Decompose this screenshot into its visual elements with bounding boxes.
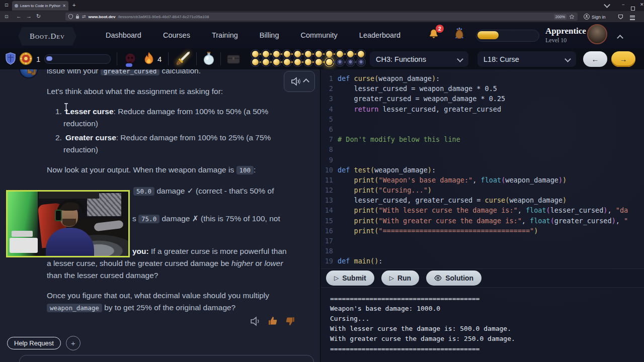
code-line[interactable]: 6 xyxy=(321,125,644,135)
progress-dot-current[interactable] xyxy=(326,59,333,65)
progress-dot-done[interactable] xyxy=(326,51,333,57)
lock-icon[interactable] xyxy=(75,14,79,19)
progress-dot-locked[interactable] xyxy=(337,59,343,65)
bootdev-logo[interactable]: Boot.Dev xyxy=(14,25,80,47)
lesson-feedback-row xyxy=(250,316,295,326)
code-line[interactable]: 19def main(): xyxy=(321,257,644,267)
account-icon[interactable] xyxy=(584,14,590,20)
code-line[interactable]: 11 print("Weapon's base damage:", float(… xyxy=(321,176,644,186)
code-line[interactable]: 7# Don't modify below this line xyxy=(321,135,644,145)
code-line[interactable]: 13 lesser_cursed, greater_cursed = curse… xyxy=(321,196,644,206)
help-request-button[interactable]: Help Request xyxy=(7,337,61,349)
bookmark-star-icon[interactable] xyxy=(569,14,575,20)
sidebar-toggle-icon[interactable]: ⊡ xyxy=(5,3,9,8)
code-line[interactable]: 10def test(weapon_damage): xyxy=(321,166,644,176)
loot-bag-icon[interactable] xyxy=(452,26,467,41)
progress-dot-done[interactable] xyxy=(305,51,311,57)
code-line[interactable]: 15 print("With greater curse the damage … xyxy=(321,217,644,227)
code-line[interactable]: 3 greater_cursed = weapon_damage * 0.25 xyxy=(321,95,644,105)
tab-favicon xyxy=(15,4,18,8)
code-editor[interactable]: 1def curse(weapon_damage):2 lesser_curse… xyxy=(321,74,644,267)
progress-dot-done[interactable] xyxy=(273,59,280,65)
progress-dot-done[interactable] xyxy=(284,59,290,65)
progress-dot-done[interactable] xyxy=(305,59,311,65)
code-line[interactable]: 12 print("Cursing...") xyxy=(321,186,644,196)
rank-block[interactable]: Apprentice Level 10 xyxy=(545,26,586,44)
solution-button[interactable]: Solution xyxy=(426,270,481,286)
code-line[interactable]: 2 lesser_cursed = weapon_damage * 0.5 xyxy=(321,84,644,95)
thumbs-up-icon[interactable] xyxy=(268,316,278,326)
progress-dot-done[interactable] xyxy=(337,51,343,57)
run-button[interactable]: ▷ Run xyxy=(381,270,419,286)
progress-dot-done[interactable] xyxy=(252,51,259,57)
code-line[interactable]: 8 xyxy=(321,145,644,155)
code-line[interactable]: 17 xyxy=(321,237,644,247)
tab-close-icon[interactable]: ✕ xyxy=(62,4,66,8)
user-avatar[interactable] xyxy=(587,24,607,44)
next-lesson-button[interactable]: → xyxy=(611,51,635,67)
code-line[interactable]: 14 print("With lesser curse the damage i… xyxy=(321,206,644,216)
progress-dot-done[interactable] xyxy=(294,51,301,57)
speaker-icon[interactable] xyxy=(250,316,261,326)
console-line: Cursing... xyxy=(330,314,642,324)
streak-flame-icon[interactable] xyxy=(142,51,156,66)
chest-icon[interactable] xyxy=(226,53,240,65)
nav-link-courses[interactable]: Courses xyxy=(163,31,190,39)
nav-link-leaderboard[interactable]: Leaderboard xyxy=(359,31,400,39)
notifications-badge: 2 xyxy=(436,25,444,33)
translate-icon[interactable]: ⇄ xyxy=(82,14,86,19)
code-line[interactable]: 1def curse(weapon_damage): xyxy=(321,74,644,84)
prev-lesson-button[interactable]: ← xyxy=(583,51,607,67)
browser-tab[interactable]: Learn to Code in Python: C ✕ xyxy=(12,1,68,11)
list-tabs-icon[interactable] xyxy=(605,3,609,8)
add-button[interactable]: + xyxy=(66,336,80,350)
window-close-icon[interactable]: ✕ xyxy=(640,2,644,7)
nav-link-billing[interactable]: Billing xyxy=(260,31,279,39)
minimize-icon[interactable]: − xyxy=(622,2,624,7)
code-line[interactable]: 16 print("==============================… xyxy=(321,227,644,237)
progress-dot-done[interactable] xyxy=(347,51,354,57)
zoom-level-badge[interactable]: 200% xyxy=(554,14,567,20)
back-icon[interactable]: ← xyxy=(16,14,22,19)
sign-in-button[interactable]: Sign in xyxy=(592,15,606,20)
forward-icon[interactable]: → xyxy=(26,14,32,19)
new-tab-button[interactable]: + xyxy=(72,2,75,8)
potion-icon[interactable] xyxy=(202,51,215,66)
lesson-select[interactable]: L18: Curse xyxy=(477,51,576,67)
progress-dot-done[interactable] xyxy=(358,51,364,57)
thumbs-down-icon[interactable] xyxy=(285,316,295,326)
progress-dot-done[interactable] xyxy=(263,59,269,65)
dot-connector xyxy=(259,61,262,63)
progress-dot-done[interactable] xyxy=(263,51,269,57)
nav-link-community[interactable]: Community xyxy=(300,31,337,39)
chevron-up-icon[interactable] xyxy=(618,33,622,42)
progress-dot-locked[interactable] xyxy=(347,59,354,65)
progress-dot-done[interactable] xyxy=(273,51,280,57)
url-bar[interactable]: ⇄ www.boot.dev /lessons/cb3a6f03-90e6-46… xyxy=(65,13,578,21)
progress-dot-done[interactable] xyxy=(315,51,322,57)
sword-icon[interactable] xyxy=(175,50,192,67)
reload-icon[interactable]: ↻ xyxy=(36,14,41,19)
code-line[interactable]: 4 return lesser_cursed, greater_cursed xyxy=(321,105,644,115)
save-to-pocket-icon[interactable] xyxy=(618,14,623,20)
tool-icon[interactable]: ⊡ xyxy=(5,14,9,19)
code-line[interactable]: 18 xyxy=(321,247,644,257)
armor-shield-icon[interactable] xyxy=(5,52,16,65)
submit-button[interactable]: ▷ Submit xyxy=(326,270,374,286)
progress-dot-done[interactable] xyxy=(315,59,322,65)
chapter-select[interactable]: CH3: Functions xyxy=(370,51,468,67)
progress-dot-done[interactable] xyxy=(284,51,290,57)
code-line[interactable]: 5 xyxy=(321,115,644,125)
nav-link-training[interactable]: Training xyxy=(212,31,238,39)
progress-dot-locked[interactable] xyxy=(358,59,364,65)
code-line[interactable]: 9 xyxy=(321,156,644,166)
progress-dot-done[interactable] xyxy=(252,59,259,65)
menu-icon[interactable] xyxy=(630,15,635,21)
chat-input[interactable] xyxy=(19,355,314,362)
audio-player[interactable] xyxy=(284,71,315,92)
lesson-list-item: 1.Lesser curse: Reduce damage from 100% … xyxy=(55,106,285,130)
nav-link-dashboard[interactable]: Dashboard xyxy=(106,31,141,39)
progress-dot-done[interactable] xyxy=(294,59,301,65)
tracking-shield-icon[interactable] xyxy=(68,14,73,19)
gem-coin-icon[interactable] xyxy=(19,52,33,65)
